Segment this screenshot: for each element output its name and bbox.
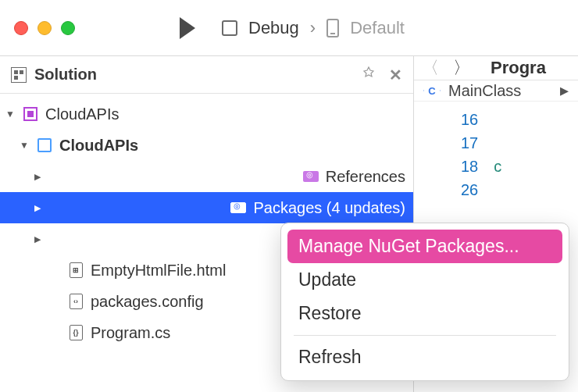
menu-manage-nuget[interactable]: Manage NuGet Packages... [287, 230, 562, 263]
breadcrumb-bar[interactable]: C MainClass ▸ [414, 80, 578, 102]
solution-panel-icon [11, 67, 27, 83]
line-number: 26 [461, 178, 478, 201]
class-icon: C [423, 82, 441, 99]
tree-project-node[interactable]: CloudAPIs [0, 130, 413, 161]
panel-title: Solution [34, 66, 97, 84]
html-file-icon: ⊞ [70, 262, 83, 278]
menu-refresh[interactable]: Refresh [287, 340, 562, 374]
line-number: 17 [461, 131, 478, 155]
run-configuration[interactable]: Debug › Default [222, 18, 405, 38]
cs-file-icon: {} [70, 325, 83, 340]
solution-icon [23, 107, 37, 121]
breadcrumb-label: MainClass [448, 82, 521, 100]
menu-update[interactable]: Update [287, 263, 562, 297]
minimize-window-button[interactable] [37, 21, 52, 35]
tree-references-node[interactable]: References [0, 161, 413, 192]
tree-solution-root[interactable]: CloudAPIs [0, 98, 413, 130]
editor-tabbar: 〈 〉 Progra [414, 56, 578, 80]
chevron-right-icon: › [310, 18, 316, 38]
tree-item-label: Packages (4 updates) [253, 199, 405, 217]
tree-item-label: References [326, 168, 405, 186]
packages-icon [230, 202, 246, 213]
configuration-icon [222, 20, 237, 36]
run-button[interactable] [180, 17, 195, 39]
window-controls [14, 21, 75, 35]
references-icon [303, 171, 319, 182]
chevron-down-icon[interactable] [5, 109, 16, 119]
menu-separator [294, 335, 556, 336]
titlebar: Debug › Default [0, 0, 578, 56]
configuration-label: Debug [248, 18, 299, 38]
svg-rect-0 [14, 70, 18, 74]
chevron-right-icon[interactable] [34, 234, 305, 244]
close-window-button[interactable] [14, 21, 28, 35]
tree-item-label: CloudAPIs [45, 105, 120, 123]
tree-packages-node[interactable]: Packages (4 updates) [0, 192, 413, 223]
chevron-right-icon[interactable] [34, 203, 223, 213]
play-icon [180, 17, 195, 39]
maximize-window-button[interactable] [61, 21, 75, 35]
panel-header: Solution ✕ [0, 56, 413, 94]
chevron-down-icon[interactable] [19, 140, 30, 151]
solution-explorer: Solution ✕ CloudAPIs CloudAPIs Reference… [0, 56, 414, 392]
line-number: 18 [461, 155, 478, 178]
chevron-right-icon[interactable] [34, 172, 296, 182]
tree-item-label: CloudAPIs [59, 137, 138, 155]
tree-item-label: Program.cs [91, 324, 170, 342]
tree-item-label: EmptyHtmlFile.html [91, 262, 226, 280]
nav-back-button[interactable]: 〈 [422, 56, 439, 80]
svg-rect-2 [14, 76, 18, 80]
editor-tab[interactable]: Progra [491, 58, 546, 78]
device-icon [326, 19, 339, 37]
config-file-icon: ‹› [70, 294, 83, 309]
packages-context-menu: Manage NuGet Packages... Update Restore … [280, 223, 569, 381]
project-icon [37, 138, 52, 152]
nav-forward-button[interactable]: 〉 [453, 56, 470, 80]
chevron-right-icon: ▸ [560, 80, 569, 101]
close-icon[interactable]: ✕ [383, 66, 402, 84]
device-label: Default [350, 18, 405, 38]
menu-restore[interactable]: Restore [287, 297, 562, 330]
pin-icon[interactable] [362, 66, 375, 83]
line-number: 16 [461, 108, 478, 131]
tree-item-label: packages.config [91, 293, 204, 311]
svg-rect-1 [20, 70, 23, 74]
